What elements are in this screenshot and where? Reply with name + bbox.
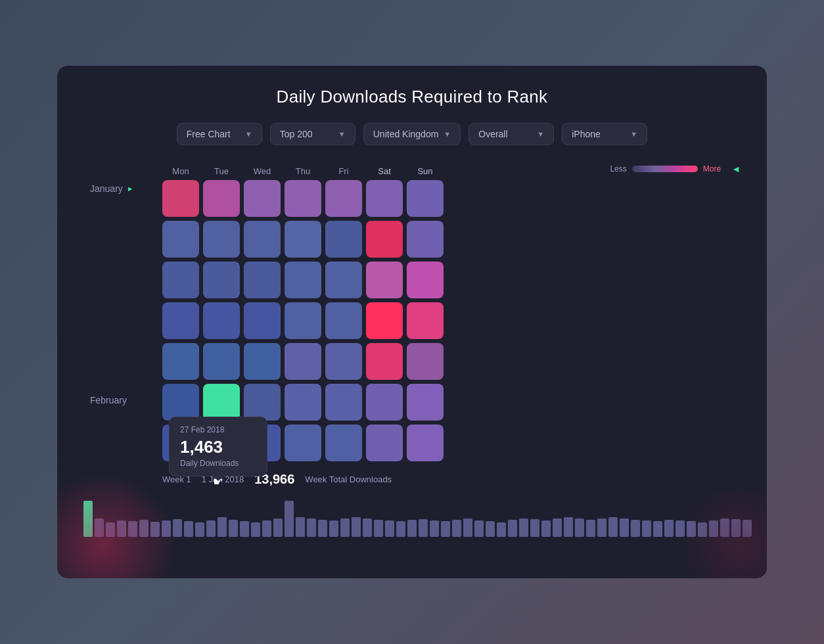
cell-jan-28[interactable] <box>407 302 444 339</box>
sparkbar-44[interactable] <box>575 518 584 537</box>
cell-feb-19[interactable] <box>366 425 403 461</box>
cell-feb-9[interactable] <box>244 384 281 421</box>
cell-feb-5[interactable] <box>325 343 362 380</box>
cell-jan-23[interactable] <box>203 302 240 339</box>
sparkbar-10[interactable] <box>195 522 204 537</box>
sparkbar-41[interactable] <box>541 520 551 537</box>
cell-jan-13[interactable] <box>366 221 403 258</box>
cell-jan-17[interactable] <box>244 262 281 298</box>
cell-jan-25[interactable] <box>285 302 321 339</box>
sparkbar-57[interactable] <box>720 518 729 537</box>
sparkbar-49[interactable] <box>631 520 640 537</box>
cell-feb-20[interactable] <box>407 425 444 461</box>
chart-type-filter[interactable]: Free Chart ▼ <box>177 123 262 145</box>
sparkbar-29[interactable] <box>407 520 417 537</box>
sparkbar-31[interactable] <box>430 520 439 537</box>
cell-feb-17[interactable] <box>285 425 321 461</box>
sparkbar-27[interactable] <box>385 520 394 537</box>
sparkbar-17[interactable] <box>273 518 283 537</box>
sparkbar-2[interactable] <box>106 522 115 537</box>
sparkbar-51[interactable] <box>653 521 662 537</box>
cell-jan-8[interactable] <box>162 221 199 258</box>
sparkbar-52[interactable] <box>664 520 674 537</box>
cell-jan-10[interactable] <box>244 221 281 258</box>
sparkbar-24[interactable] <box>352 517 361 537</box>
sparkbar-15[interactable] <box>251 522 260 537</box>
sparkbar-9[interactable] <box>184 521 193 537</box>
sparkbar-45[interactable] <box>586 520 595 537</box>
sparkbar-39[interactable] <box>519 518 528 537</box>
sparkbar-26[interactable] <box>374 520 383 537</box>
country-filter[interactable]: United Kingdom ▼ <box>363 123 461 145</box>
sparkbar-19[interactable] <box>296 517 305 537</box>
nav-arrow-left[interactable]: ◄ <box>731 164 741 174</box>
rank-filter[interactable]: Top 200 ▼ <box>270 123 355 145</box>
cell-feb-12[interactable] <box>366 384 403 421</box>
cell-jan-26[interactable] <box>325 302 362 339</box>
sparkbar-0[interactable] <box>83 501 93 537</box>
cell-jan-14[interactable] <box>407 221 444 258</box>
sparkbar-30[interactable] <box>419 519 428 537</box>
sparkbar-1[interactable] <box>95 518 104 537</box>
cell-feb-13[interactable] <box>407 384 444 421</box>
sparkbar-13[interactable] <box>229 520 238 537</box>
cell-feb-18[interactable] <box>325 425 362 461</box>
cell-jan-6[interactable] <box>366 180 403 217</box>
sparkbar-25[interactable] <box>363 518 372 537</box>
sparkbar-21[interactable] <box>318 520 327 537</box>
cell-jan-12[interactable] <box>325 221 362 258</box>
device-filter[interactable]: iPhone ▼ <box>562 123 647 145</box>
sparkbar-40[interactable] <box>530 519 539 537</box>
cell-jan-2[interactable] <box>203 180 240 217</box>
sparkbar-35[interactable] <box>474 520 484 537</box>
cell-jan-18[interactable] <box>285 262 321 298</box>
cell-jan-4[interactable] <box>285 180 321 217</box>
cell-jan-11[interactable] <box>285 221 321 258</box>
cell-jan-27[interactable] <box>366 302 403 339</box>
sparkbar-37[interactable] <box>497 522 506 537</box>
cell-feb-tooltip[interactable]: 27 Feb 2018 1,463 Daily Downloads ☛ <box>162 384 199 421</box>
cell-jan-3[interactable] <box>244 180 281 217</box>
sparkbar-32[interactable] <box>441 521 450 537</box>
sparkbar-22[interactable] <box>329 520 338 537</box>
cell-jan-20[interactable] <box>366 262 403 298</box>
sparkbar-34[interactable] <box>463 518 472 537</box>
category-filter[interactable]: Overall ▼ <box>469 123 554 145</box>
cell-jan-1[interactable] <box>162 180 199 217</box>
sparkbar-43[interactable] <box>564 517 573 537</box>
cell-feb-2[interactable] <box>203 343 240 380</box>
sparkbar-33[interactable] <box>452 520 461 537</box>
sparkbar-42[interactable] <box>553 518 562 537</box>
cell-feb-11[interactable] <box>325 384 362 421</box>
sparkbar-47[interactable] <box>608 517 618 537</box>
sparkbar-50[interactable] <box>642 520 651 537</box>
cell-feb-1[interactable] <box>162 343 199 380</box>
sparkbar-3[interactable] <box>117 520 126 537</box>
cell-feb-4[interactable] <box>285 343 321 380</box>
sparkbar-56[interactable] <box>709 520 718 537</box>
sparkbar-14[interactable] <box>240 521 249 537</box>
cell-jan-19[interactable] <box>325 262 362 298</box>
sparkbar-16[interactable] <box>262 520 271 537</box>
sparkbar-12[interactable] <box>217 517 227 537</box>
sparkbar-23[interactable] <box>340 518 350 537</box>
sparkbar-5[interactable] <box>139 520 149 537</box>
sparkbar-6[interactable] <box>150 522 160 537</box>
cell-jan-15[interactable] <box>162 262 199 298</box>
sparkbar-58[interactable] <box>731 519 741 537</box>
sparkbar-54[interactable] <box>687 521 696 537</box>
cell-feb-6[interactable] <box>366 343 403 380</box>
cell-feb-3[interactable] <box>244 343 281 380</box>
sparkbar-20[interactable] <box>307 518 316 537</box>
sparkbar-8[interactable] <box>173 519 182 537</box>
cell-jan-9[interactable] <box>203 221 240 258</box>
sparkbar-46[interactable] <box>597 518 607 537</box>
sparkbar-38[interactable] <box>508 520 517 537</box>
sparkbar-7[interactable] <box>162 520 171 537</box>
sparkbar-48[interactable] <box>620 518 629 537</box>
cell-jan-21[interactable] <box>407 262 444 298</box>
sparkbar-11[interactable] <box>206 520 216 537</box>
cell-jan-16[interactable] <box>203 262 240 298</box>
sparkbar-36[interactable] <box>486 521 495 537</box>
sparkbar-18[interactable] <box>285 501 294 537</box>
